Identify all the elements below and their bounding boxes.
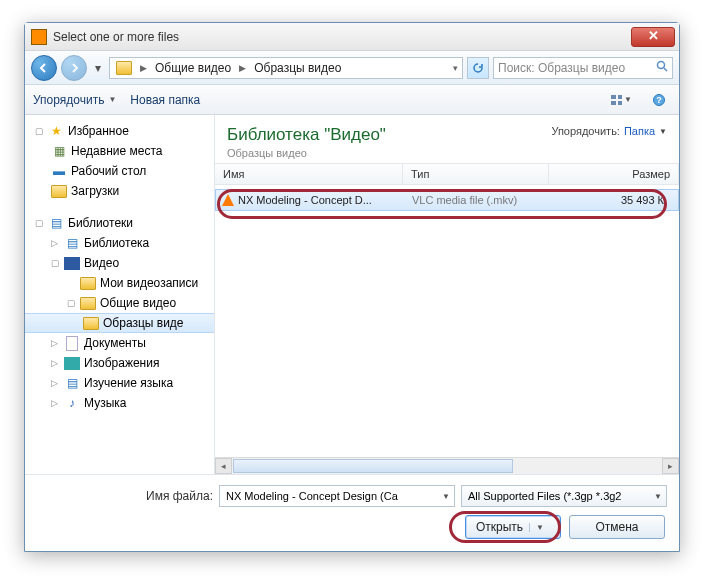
music-icon: ♪ xyxy=(64,395,80,411)
svg-point-0 xyxy=(658,62,665,69)
documents-icon xyxy=(66,336,78,351)
column-name[interactable]: Имя xyxy=(215,164,403,184)
svg-rect-3 xyxy=(618,95,622,99)
tree-library[interactable]: ▷ ▤ Библиотека xyxy=(25,233,214,253)
filename-label: Имя файла: xyxy=(146,489,213,503)
expand-icon[interactable]: ▷ xyxy=(51,358,60,368)
chevron-down-icon: ▼ xyxy=(659,127,667,136)
tree-libraries[interactable]: ▢ ▤ Библиотеки xyxy=(25,213,214,233)
breadcrumb-segment[interactable]: Общие видео xyxy=(151,61,235,75)
desktop-icon: ▬ xyxy=(51,163,67,179)
tree-video-samples[interactable]: Образцы виде xyxy=(25,313,214,333)
cancel-button[interactable]: Отмена xyxy=(569,515,665,539)
tree-downloads[interactable]: Загрузки xyxy=(25,181,214,201)
titlebar: Select one or more files ✕ xyxy=(25,23,679,51)
scroll-right-button[interactable]: ▸ xyxy=(662,458,679,474)
address-bar[interactable]: ▶ Общие видео ▶ Образцы видео ▾ xyxy=(109,57,463,79)
close-button[interactable]: ✕ xyxy=(631,27,675,47)
column-size[interactable]: Размер xyxy=(549,164,679,184)
libraries-icon: ▤ xyxy=(48,215,64,231)
expand-icon[interactable]: ▷ xyxy=(51,238,60,248)
folder-icon xyxy=(80,277,96,290)
folder-icon xyxy=(116,61,132,75)
chevron-down-icon[interactable]: ▼ xyxy=(529,523,550,532)
recent-places-icon: ▦ xyxy=(51,143,67,159)
vlc-icon xyxy=(222,194,234,206)
images-icon xyxy=(64,357,80,370)
refresh-button[interactable] xyxy=(467,57,489,79)
expand-icon[interactable]: ▷ xyxy=(51,398,60,408)
search-placeholder: Поиск: Образцы видео xyxy=(498,61,625,75)
scroll-left-button[interactable]: ◂ xyxy=(215,458,232,474)
window-title: Select one or more files xyxy=(53,30,631,44)
toolbar: Упорядочить ▼ Новая папка ▼ ? xyxy=(25,85,679,115)
chevron-right-icon[interactable]: ▶ xyxy=(237,63,248,73)
file-name: NX Modeling - Concept D... xyxy=(238,194,372,206)
view-options-button[interactable]: ▼ xyxy=(609,90,633,110)
file-size: 35 493 К xyxy=(550,194,678,206)
chevron-down-icon: ▼ xyxy=(654,492,662,501)
forward-button[interactable] xyxy=(61,55,87,81)
chevron-down-icon: ▼ xyxy=(108,95,116,104)
library-icon: ▤ xyxy=(64,235,80,251)
new-folder-button[interactable]: Новая папка xyxy=(130,93,200,107)
library-header: Библиотека "Видео" Образцы видео Упорядо… xyxy=(215,115,679,163)
tree-music[interactable]: ▷ ♪ Музыка xyxy=(25,393,214,413)
arrow-left-icon xyxy=(39,63,49,73)
filename-input[interactable]: NX Modeling - Concept Design (Cа ▼ xyxy=(219,485,455,507)
collapse-icon[interactable]: ▢ xyxy=(67,298,76,308)
collapse-icon[interactable]: ▢ xyxy=(35,218,44,228)
chevron-right-icon[interactable]: ▶ xyxy=(138,63,149,73)
help-icon: ? xyxy=(652,93,666,107)
tree-shared-video[interactable]: ▢ Общие видео xyxy=(25,293,214,313)
chevron-down-icon[interactable]: ▾ xyxy=(451,63,460,73)
scroll-thumb[interactable] xyxy=(233,459,513,473)
search-input[interactable]: Поиск: Образцы видео xyxy=(493,57,673,79)
search-icon xyxy=(656,60,668,75)
arrange-by[interactable]: Упорядочить: Папка ▼ xyxy=(551,125,667,137)
video-icon xyxy=(64,257,80,270)
library-title: Библиотека "Видео" xyxy=(227,125,386,145)
back-button[interactable] xyxy=(31,55,57,81)
star-icon: ★ xyxy=(48,123,64,139)
open-button[interactable]: Открыть ▼ xyxy=(465,515,561,539)
file-row[interactable]: NX Modeling - Concept D... VLC media fil… xyxy=(215,189,679,211)
file-list-pane: Библиотека "Видео" Образцы видео Упорядо… xyxy=(215,115,679,474)
nav-history-dropdown[interactable]: ▾ xyxy=(91,58,105,78)
horizontal-scrollbar[interactable]: ◂ ▸ xyxy=(215,457,679,474)
navigation-bar: ▾ ▶ Общие видео ▶ Образцы видео ▾ Поиск:… xyxy=(25,51,679,85)
tree-recent-places[interactable]: ▦ Недавние места xyxy=(25,141,214,161)
library-icon: ▤ xyxy=(64,375,80,391)
chevron-down-icon: ▼ xyxy=(442,492,450,501)
navigation-pane: ▢ ★ Избранное ▦ Недавние места ▬ Рабочий… xyxy=(25,115,215,474)
tree-documents[interactable]: ▷ Документы xyxy=(25,333,214,353)
arrow-right-icon xyxy=(69,63,79,73)
svg-rect-2 xyxy=(611,95,616,99)
svg-rect-5 xyxy=(618,101,622,105)
collapse-icon[interactable]: ▢ xyxy=(51,258,60,268)
downloads-icon xyxy=(51,185,67,198)
tree-language-study[interactable]: ▷ ▤ Изучение языка xyxy=(25,373,214,393)
expand-icon[interactable]: ▷ xyxy=(51,338,60,348)
chevron-down-icon: ▼ xyxy=(624,95,632,104)
help-button[interactable]: ? xyxy=(647,90,671,110)
expand-icon[interactable]: ▷ xyxy=(51,378,60,388)
column-headers: Имя Тип Размер xyxy=(215,163,679,185)
folder-icon xyxy=(83,317,99,330)
svg-line-1 xyxy=(664,68,667,71)
folder-icon xyxy=(80,297,96,310)
view-icon xyxy=(610,94,622,106)
breadcrumb-segment[interactable]: Образцы видео xyxy=(250,61,345,75)
organize-menu[interactable]: Упорядочить ▼ xyxy=(33,93,116,107)
svg-text:?: ? xyxy=(656,95,662,105)
tree-desktop[interactable]: ▬ Рабочий стол xyxy=(25,161,214,181)
tree-favorites[interactable]: ▢ ★ Избранное xyxy=(25,121,214,141)
filetype-filter[interactable]: All Supported Files (*.3gp *.3g2 ▼ xyxy=(461,485,667,507)
tree-my-videos[interactable]: Мои видеозаписи xyxy=(25,273,214,293)
file-open-dialog: Select one or more files ✕ ▾ ▶ Общие вид… xyxy=(24,22,680,552)
collapse-icon[interactable]: ▢ xyxy=(35,126,44,136)
tree-video[interactable]: ▢ Видео xyxy=(25,253,214,273)
column-type[interactable]: Тип xyxy=(403,164,549,184)
tree-images[interactable]: ▷ Изображения xyxy=(25,353,214,373)
svg-rect-4 xyxy=(611,101,616,105)
